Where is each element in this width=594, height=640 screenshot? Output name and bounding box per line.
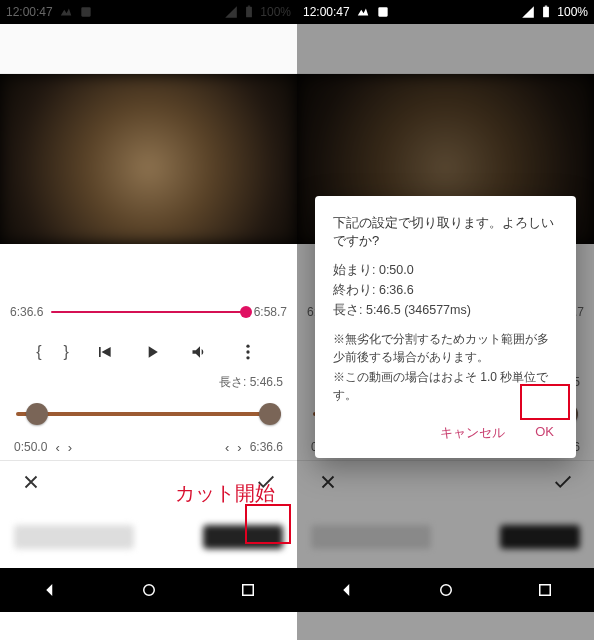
- svg-rect-10: [545, 6, 547, 7]
- battery-icon: [539, 5, 553, 19]
- range-slider[interactable]: [0, 394, 297, 434]
- range-start: 0:50.0: [14, 440, 47, 454]
- dialog-ok-button[interactable]: OK: [531, 418, 558, 448]
- dialog-title: 下記の設定で切り取ります。よろしいですか?: [333, 214, 558, 250]
- battery-icon: [242, 5, 256, 19]
- toolbar-area: [0, 24, 297, 74]
- app-icon-1: [356, 5, 370, 19]
- play-button[interactable]: [139, 339, 165, 365]
- playback-controls: { }: [0, 330, 297, 374]
- screen-left: 12:00:47 100% 6:36.6 6:58.7 { } 長さ: 5:46…: [0, 0, 297, 640]
- app-icon-1: [59, 5, 73, 19]
- battery-pct: 100%: [557, 5, 588, 19]
- nav-home[interactable]: [426, 570, 466, 610]
- app-icon-2: [79, 5, 93, 19]
- range-thumb-start[interactable]: [26, 403, 48, 425]
- cancel-button[interactable]: [20, 471, 42, 497]
- cut-start-annotation: カット開始: [175, 480, 275, 507]
- app-icon-2: [376, 5, 390, 19]
- dialog-start: 始まり: 0:50.0: [333, 260, 558, 280]
- length-label: 長さ: 5:46.5: [0, 374, 297, 394]
- bottom-blurred-row: [0, 506, 297, 568]
- svg-rect-0: [81, 7, 90, 16]
- confirm-dialog: 下記の設定で切り取ります。よろしいですか? 始まり: 0:50.0 終わり: 6…: [315, 196, 576, 458]
- mark-out-button[interactable]: }: [64, 343, 69, 361]
- video-preview[interactable]: [0, 74, 297, 244]
- volume-button[interactable]: [187, 339, 213, 365]
- nav-recent[interactable]: [525, 570, 565, 610]
- cancel-button: [317, 471, 339, 497]
- svg-rect-1: [246, 7, 252, 18]
- svg-rect-7: [242, 585, 253, 596]
- svg-point-14: [440, 585, 451, 596]
- nav-bar: [0, 568, 297, 612]
- nudge-start-fwd[interactable]: ›: [68, 440, 72, 455]
- nav-back[interactable]: [30, 570, 70, 610]
- nudge-end-back[interactable]: ‹: [225, 440, 229, 455]
- seek-thumb[interactable]: [240, 306, 252, 318]
- toolbar-area: [297, 24, 594, 74]
- action-row: [297, 460, 594, 506]
- svg-point-6: [143, 585, 154, 596]
- battery-pct: 100%: [260, 5, 291, 19]
- svg-rect-9: [543, 7, 549, 18]
- seek-slider[interactable]: [51, 311, 245, 313]
- confirm-button: [552, 471, 574, 497]
- status-time: 12:00:47: [6, 5, 53, 19]
- status-bar: 12:00:47 100%: [297, 0, 594, 24]
- nav-back[interactable]: [327, 570, 367, 610]
- dialog-cancel-button[interactable]: キャンセル: [436, 418, 509, 448]
- dialog-length: 長さ: 5:46.5 (346577ms): [333, 300, 558, 320]
- status-time: 12:00:47: [303, 5, 350, 19]
- seek-end-time: 6:58.7: [254, 305, 287, 319]
- range-end: 6:36.6: [250, 440, 283, 454]
- prev-button[interactable]: [91, 339, 117, 365]
- status-bar: 12:00:47 100%: [0, 0, 297, 24]
- bottom-blurred-row: [297, 506, 594, 568]
- svg-rect-15: [539, 585, 550, 596]
- range-labels: 0:50.0 ‹ › ‹ › 6:36.6: [0, 434, 297, 460]
- svg-point-4: [246, 350, 249, 353]
- seek-row: 6:36.6 6:58.7: [0, 294, 297, 330]
- signal-icon: [521, 5, 535, 19]
- svg-rect-8: [378, 7, 387, 16]
- nav-home[interactable]: [129, 570, 169, 610]
- range-thumb-end[interactable]: [259, 403, 281, 425]
- nav-recent[interactable]: [228, 570, 268, 610]
- nudge-end-fwd[interactable]: ›: [237, 440, 241, 455]
- screen-right: 12:00:47 100% 6:36.6 6:58.7 { } 長さ: 5:46…: [297, 0, 594, 640]
- more-button[interactable]: [235, 339, 261, 365]
- dialog-note-1: ※無劣化で分割するためカット範囲が多少前後する場合があります。: [333, 330, 558, 366]
- dialog-note-2: ※この動画の場合はおよそ 1.0 秒単位です。: [333, 368, 558, 404]
- mark-in-button[interactable]: {: [36, 343, 41, 361]
- seek-start-time: 6:36.6: [10, 305, 43, 319]
- svg-point-5: [246, 356, 249, 359]
- nudge-start-back[interactable]: ‹: [55, 440, 59, 455]
- dialog-end: 終わり: 6:36.6: [333, 280, 558, 300]
- nav-bar: [297, 568, 594, 612]
- signal-icon: [224, 5, 238, 19]
- svg-point-3: [246, 345, 249, 348]
- svg-rect-2: [248, 6, 250, 7]
